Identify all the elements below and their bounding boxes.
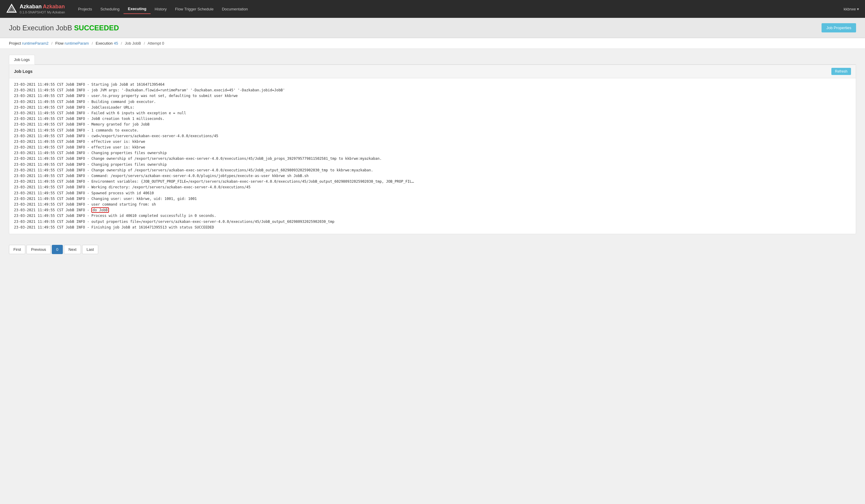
log-line: 23-03-2021 11:49:55 CST JobB INFO - outp…	[14, 219, 851, 225]
log-line: 23-03-2021 11:49:55 CST JobB INFO - Chan…	[14, 167, 851, 173]
brand-logo-icon	[6, 3, 17, 14]
log-line: 23-03-2021 11:49:55 CST JobB INFO - Chan…	[14, 162, 851, 167]
log-line: 23-03-2021 11:49:55 CST JobB INFO - user…	[14, 93, 851, 99]
nav-documentation[interactable]: Documentation	[218, 4, 252, 14]
log-line: 23-03-2021 11:49:55 CST JobB INFO - Fini…	[14, 225, 851, 230]
pagination-prev[interactable]: Previous	[26, 245, 50, 254]
log-line: 23-03-2021 11:49:55 CST JobB INFO - Comm…	[14, 173, 851, 179]
log-panel-title: Job Logs	[14, 69, 33, 74]
pagination-current[interactable]: 0	[52, 245, 63, 254]
page-title-status: SUCCEEDED	[74, 24, 119, 32]
log-line: 23-03-2021 11:49:55 CST JobB INFO - 1 co…	[14, 128, 851, 133]
refresh-button[interactable]: Refresh	[831, 68, 851, 75]
breadcrumb: Project runtimeParam2 / Flow runtimePara…	[0, 38, 865, 49]
log-line: 23-03-2021 11:49:55 CST JobB INFO - Buil…	[14, 99, 851, 105]
log-highlight-span: do JobB	[91, 207, 109, 213]
log-panel-header: Job Logs Refresh	[9, 65, 856, 78]
breadcrumb-flow-link[interactable]: runtimeParam	[65, 41, 89, 46]
main-content: Job Logs Job Logs Refresh 23-03-2021 11:…	[0, 49, 865, 240]
log-line: 23-03-2021 11:49:55 CST JobB INFO - Chan…	[14, 196, 851, 202]
log-line: 23-03-2021 11:49:55 CST JobB INFO - job …	[14, 87, 851, 93]
page-header: Job Execution JobB SUCCEEDED Job Propert…	[0, 18, 865, 38]
log-panel: Job Logs Refresh 23-03-2021 11:49:55 CST…	[9, 65, 856, 234]
log-line-highlight: 23-03-2021 11:49:55 CST JobB INFO - do J…	[14, 207, 851, 213]
page-title: Job Execution JobB SUCCEEDED	[9, 24, 119, 32]
log-line: 23-03-2021 11:49:55 CST JobB INFO - user…	[14, 202, 851, 207]
log-line: 23-03-2021 11:49:55 CST JobB INFO - Chan…	[14, 156, 851, 162]
pagination: First Previous 0 Next Last	[0, 240, 865, 259]
tab-list: Job Logs	[9, 55, 856, 65]
pagination-last[interactable]: Last	[82, 245, 99, 254]
log-line: 23-03-2021 11:49:55 CST JobB INFO - Envi…	[14, 179, 851, 185]
navbar: Azkaban Azkaban 0.1.0-SNAPSHOT My Azkaba…	[0, 0, 865, 18]
log-content: 23-03-2021 11:49:55 CST JobB INFO - Star…	[9, 78, 856, 234]
brand-sub-text: My Azkaban	[47, 10, 65, 14]
log-line: 23-03-2021 11:49:55 CST JobB INFO - cwd=…	[14, 133, 851, 139]
tab-job-logs[interactable]: Job Logs	[9, 55, 35, 65]
breadcrumb-attempt-label: Attempt 0	[148, 41, 164, 46]
log-line: 23-03-2021 11:49:55 CST JobB INFO - Memo…	[14, 122, 851, 127]
breadcrumb-flow-label: Flow	[55, 41, 64, 46]
brand-name-white: Azkaban	[20, 3, 42, 10]
nav-history[interactable]: History	[151, 4, 171, 14]
log-line: 23-03-2021 11:49:55 CST JobB INFO - Star…	[14, 82, 851, 87]
nav-links: Projects Scheduling Executing History Fl…	[74, 4, 844, 14]
log-line: 23-03-2021 11:49:55 CST JobB INFO - Fail…	[14, 110, 851, 116]
pagination-first[interactable]: First	[9, 245, 25, 254]
nav-flow-trigger[interactable]: Flow Trigger Schedule	[171, 4, 218, 14]
nav-projects[interactable]: Projects	[74, 4, 96, 14]
log-line: 23-03-2021 11:49:55 CST JobB INFO - Work…	[14, 185, 851, 190]
brand-logo-link[interactable]: Azkaban Azkaban 0.1.0-SNAPSHOT My Azkaba…	[6, 3, 65, 14]
nav-scheduling[interactable]: Scheduling	[96, 4, 124, 14]
log-line: 23-03-2021 11:49:55 CST JobB INFO - JobB…	[14, 116, 851, 122]
nav-executing[interactable]: Executing	[124, 4, 150, 14]
breadcrumb-execution-label: Execution	[95, 41, 113, 46]
nav-user-menu[interactable]: kkbrwe ▾	[844, 7, 859, 11]
breadcrumb-job-label: Job JobB	[125, 41, 141, 46]
log-line: 23-03-2021 11:49:55 CST JobB INFO - effe…	[14, 139, 851, 144]
job-properties-button[interactable]: Job Properties	[821, 23, 856, 33]
page-title-prefix: Job Execution JobB	[9, 24, 72, 32]
tab-container: Job Logs	[9, 55, 856, 65]
log-line: 23-03-2021 11:49:55 CST JobB INFO - JobC…	[14, 105, 851, 110]
breadcrumb-project-link[interactable]: runtimeParam2	[22, 41, 48, 46]
log-line: 23-03-2021 11:49:55 CST JobB INFO - Chan…	[14, 150, 851, 156]
pagination-next[interactable]: Next	[64, 245, 81, 254]
breadcrumb-project-label: Project	[9, 41, 21, 46]
log-line: 23-03-2021 11:49:55 CST JobB INFO - Spaw…	[14, 190, 851, 196]
brand-version: 0.1.0-SNAPSHOT	[20, 10, 46, 14]
log-line: 23-03-2021 11:49:55 CST JobB INFO - effe…	[14, 144, 851, 150]
brand-name-red: Azkaban	[43, 3, 65, 10]
log-line: 23-03-2021 11:49:55 CST JobB INFO - Proc…	[14, 213, 851, 219]
breadcrumb-execution-link[interactable]: 45	[114, 41, 118, 46]
